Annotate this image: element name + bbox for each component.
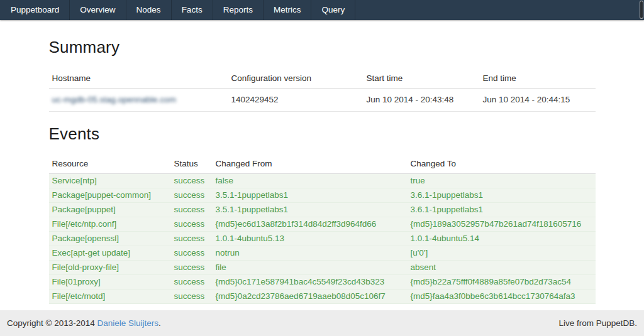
summary-start-time: Jun 10 2014 - 20:43:48 [364, 89, 480, 112]
events-table: Resource Status Changed From Changed To … [49, 155, 596, 304]
event-from: {md5}ec6d13a8f2b1f314d84d2ff3d964fd66 [213, 217, 408, 232]
event-from: notrun [213, 246, 408, 261]
events-col-status: Status [171, 155, 213, 174]
nav-item-query[interactable]: Query [311, 0, 355, 20]
author-link[interactable]: Daniele Sluijters [97, 318, 159, 328]
event-resource: File[old-proxy-file] [49, 261, 171, 275]
event-row: File[old-proxy-file] success file absent [49, 261, 596, 275]
event-to: true [408, 174, 596, 188]
event-to: 1.0.1-4ubuntu5.14 [408, 232, 596, 246]
nav-item-overview[interactable]: Overview [70, 0, 126, 20]
navbar: Puppetboard Overview Nodes Facts Reports… [0, 0, 644, 20]
summary-heading: Summary [49, 38, 596, 57]
summary-end-time: Jun 10 2014 - 20:44:15 [480, 89, 596, 112]
event-resource: Exec[apt-get update] [49, 246, 171, 261]
summary-row: uc-mgdb-05.stag.opennable.com 1402429452… [49, 89, 596, 112]
event-resource: File[01proxy] [49, 275, 171, 290]
event-status: success [171, 232, 213, 246]
event-to: 3.6.1-1puppetlabs1 [408, 188, 596, 203]
event-row: File[01proxy] success {md5}0c171e587941b… [49, 275, 596, 290]
footer-copyright: Copyright © 2013-2014 Daniele Sluijters. [7, 318, 161, 328]
event-to: {md5}b22a75fff0f4889a85fe07bd2d73ac54 [408, 275, 596, 290]
event-from: {md5}0c171e587941bac4c5549f23cd43b323 [213, 275, 408, 290]
event-row: File[/etc/ntp.conf] success {md5}ec6d13a… [49, 217, 596, 232]
copyright-period: . [158, 318, 161, 328]
navbar-brand-puppetboard[interactable]: Puppetboard [0, 0, 70, 20]
event-to: 3.6.1-1puppetlabs1 [408, 203, 596, 217]
events-col-resource: Resource [49, 155, 171, 174]
event-from: 1.0.1-4ubuntu5.13 [213, 232, 408, 246]
footer-status: Live from PuppetDB. [558, 318, 637, 328]
event-status: success [171, 261, 213, 275]
event-status: success [171, 217, 213, 232]
event-row: Exec[apt-get update] success notrun [u'0… [49, 246, 596, 261]
events-col-to: Changed To [408, 155, 596, 174]
event-to: {md5}faa4a3f0bbe6c3b614bcc1730764afa3 [408, 290, 596, 304]
event-status: success [171, 275, 213, 290]
event-status: success [171, 246, 213, 261]
summary-config-version: 1402429452 [228, 89, 364, 112]
event-row: File[/etc/motd] success {md5}0a2cd23786a… [49, 290, 596, 304]
event-resource: File[/etc/motd] [49, 290, 171, 304]
nav-item-nodes[interactable]: Nodes [126, 0, 172, 20]
event-from: 3.5.1-1puppetlabs1 [213, 203, 408, 217]
event-to: {md5}189a3052957b47b261ad74f181605716 [408, 217, 596, 232]
nav-item-facts[interactable]: Facts [172, 0, 213, 20]
summary-hostname-cell: uc-mgdb-05.stag.opennable.com [49, 89, 228, 112]
event-row: Service[ntp] success false true [49, 174, 596, 188]
event-from: false [213, 174, 408, 188]
scrollbar-thumb[interactable] [640, 1, 643, 19]
event-from: 3.5.1-1puppetlabs1 [213, 188, 408, 203]
event-row: Package[puppet] success 3.5.1-1puppetlab… [49, 203, 596, 217]
hostname-link-redacted[interactable]: uc-mgdb-05.stag.opennable.com [52, 95, 176, 104]
scrollbar-track[interactable] [639, 0, 644, 336]
event-resource: Package[puppet] [49, 203, 171, 217]
nav-item-reports[interactable]: Reports [213, 0, 264, 20]
summary-col-hostname: Hostname [49, 70, 228, 89]
event-from: {md5}0a2cd23786aed6719aaeb08d05c106f7 [213, 290, 408, 304]
nav-item-metrics[interactable]: Metrics [264, 0, 312, 20]
event-from: file [213, 261, 408, 275]
summary-col-config: Configuration version [228, 70, 364, 89]
event-row: Package[puppet-common] success 3.5.1-1pu… [49, 188, 596, 203]
event-resource: Service[ntp] [49, 174, 171, 188]
event-resource: Package[openssl] [49, 232, 171, 246]
event-status: success [171, 188, 213, 203]
summary-col-start: Start time [364, 70, 480, 89]
event-status: success [171, 174, 213, 188]
events-header-row: Resource Status Changed From Changed To [49, 155, 596, 174]
summary-header-row: Hostname Configuration version Start tim… [49, 70, 596, 89]
events-heading: Events [49, 124, 596, 144]
event-to: [u'0'] [408, 246, 596, 261]
summary-col-end: End time [480, 70, 596, 89]
event-row: Package[openssl] success 1.0.1-4ubuntu5.… [49, 232, 596, 246]
event-resource: Package[puppet-common] [49, 188, 171, 203]
event-status: success [171, 290, 213, 304]
events-col-from: Changed From [213, 155, 408, 174]
main-content: Summary Hostname Configuration version S… [49, 38, 596, 304]
footer: Copyright © 2013-2014 Daniele Sluijters.… [0, 310, 644, 336]
copyright-text: Copyright © 2013-2014 [7, 318, 97, 328]
summary-table: Hostname Configuration version Start tim… [49, 70, 596, 112]
event-resource: File[/etc/ntp.conf] [49, 217, 171, 232]
event-status: success [171, 203, 213, 217]
event-to: absent [408, 261, 596, 275]
